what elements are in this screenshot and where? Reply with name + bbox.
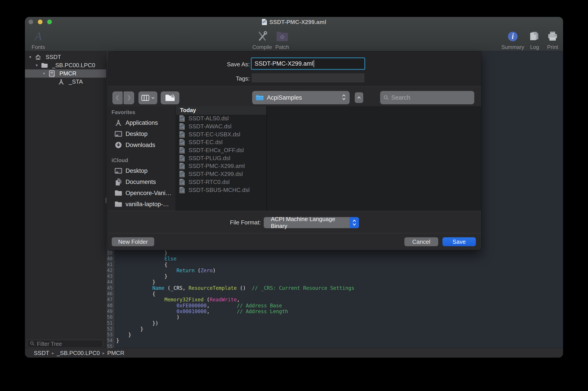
sidebar-section-title: Favorites <box>108 109 176 117</box>
code-line: 53 } <box>107 332 563 338</box>
breadcrumb-item[interactable]: SSDT ▸ <box>34 350 57 357</box>
place-label: Desktop <box>125 131 147 137</box>
line-number: 54 <box>107 338 114 343</box>
popup-updown-icon <box>350 217 359 228</box>
disclosure-triangle-icon[interactable]: ▼ <box>42 72 46 75</box>
code-text: } <box>114 326 143 332</box>
file-document-icon: DSL <box>179 147 185 154</box>
code-line: 52 } <box>107 326 563 332</box>
line-number: 50 <box>107 314 114 320</box>
sidebar-tree-pane: ▼ SSDT ▼ _SB.PC00.LPC0 ▼ PMCR <box>25 51 106 348</box>
code-line: 46 { <box>107 291 563 297</box>
new-folder-button[interactable]: New Folder <box>112 237 154 246</box>
toolbar-print-button[interactable]: Print <box>537 29 563 50</box>
save-as-input[interactable]: SSDT-PMC-X299.aml <box>252 58 364 69</box>
sidebar-place-item[interactable]: vanilla-laptop-… <box>108 198 176 210</box>
sidebar-section: Favorites Applications <box>108 109 176 157</box>
file-document-icon: DSL <box>179 171 185 178</box>
view-mode-button[interactable] <box>138 92 157 104</box>
breadcrumb-separator-icon: ▸ <box>49 351 57 356</box>
new-folder-toolbar-button[interactable] <box>161 92 179 104</box>
code-text: Name (_CRS, ResourceTemplate () // _CRS:… <box>114 285 354 291</box>
filter-tree-input[interactable]: Filter Tree <box>27 340 103 348</box>
sidebar-section-title: iCloud <box>108 157 176 165</box>
file-list-item[interactable]: DSL SSDT-EHCx_OFF.dsl <box>176 146 266 154</box>
updown-chevrons-icon <box>342 94 346 102</box>
disclosure-triangle-icon[interactable]: ▼ <box>28 55 32 59</box>
tree-row[interactable]: ▼ _SB.PC00.LPC0 <box>25 61 106 69</box>
file-list-column: Today DSL SSDT-ALS0.dsl <box>176 106 266 211</box>
sidebar-place-item[interactable]: Downloads <box>108 139 176 151</box>
file-list-item[interactable]: DSL SSDT-PLUG.dsl <box>176 154 266 162</box>
forward-button[interactable] <box>123 92 134 104</box>
file-list-item[interactable]: DSL SSDT-ALS0.dsl <box>176 114 266 122</box>
tree-item-label: SSDT <box>46 54 61 61</box>
file-format-row: File Format: ACPI Machine Language Binar… <box>108 211 481 233</box>
column-view-icon <box>141 95 149 101</box>
line-number: 40 <box>107 256 114 262</box>
breadcrumb-item[interactable]: _SB.PC00.LPC0 ▸ <box>57 350 107 357</box>
svg-text:i: i <box>512 32 514 41</box>
code-text: } <box>114 250 167 256</box>
disclosure-triangle-icon[interactable]: ▼ <box>34 63 39 67</box>
file-name: SSDT-EC.dsl <box>189 139 223 146</box>
cancel-button[interactable]: Cancel <box>404 237 438 246</box>
search-icon <box>383 95 389 100</box>
file-name: SSDT-EC-USBX.dsl <box>189 131 240 138</box>
chevron-down-icon <box>151 97 155 99</box>
tree-row[interactable]: _STA <box>25 78 106 86</box>
patch-icon: ⚙ <box>267 29 298 44</box>
file-list-item[interactable]: DSL SSDT-RTC0.dsl <box>176 178 266 186</box>
line-number: 43 <box>107 273 114 279</box>
back-button[interactable] <box>113 92 123 104</box>
tree-row[interactable]: ▼ SSDT <box>25 53 106 61</box>
file-document-icon: DSL <box>179 139 185 146</box>
file-format-popup[interactable]: ACPI Machine Language Binary <box>264 217 359 228</box>
sidebar-place-item[interactable]: Applications <box>108 117 176 128</box>
app-window: SSDT-PMC-X299.aml A Fonts Compile ⚙ Patc… <box>25 17 563 358</box>
parent-folder-button[interactable] <box>355 92 363 103</box>
place-label: vanilla-laptop-… <box>125 201 169 208</box>
file-document-icon: DSL <box>179 179 185 186</box>
file-list-item[interactable]: AML SSDT-PMC-X299.aml <box>176 162 266 170</box>
file-list-item[interactable]: DSL SSDT-EC-USBX.dsl <box>176 130 266 138</box>
code-text: } <box>114 273 167 279</box>
search-input[interactable]: Search <box>380 91 474 104</box>
place-label: Documents <box>125 179 156 186</box>
tree-row[interactable]: ▼ PMCR <box>25 69 106 78</box>
file-list-item[interactable]: DSL SSDT-SBUS-MCHC.dsl <box>176 186 266 194</box>
place-label: Opencore-Vani… <box>125 190 172 196</box>
code-text: ) <box>114 314 179 320</box>
file-name: SSDT-AWAC.dsl <box>189 123 232 130</box>
sidebar-place-item[interactable]: Documents <box>108 176 176 188</box>
code-line: 47 Memory32Fixed (ReadWrite, <box>107 297 563 302</box>
svg-text:⚙: ⚙ <box>280 34 284 40</box>
date-group-header: Today <box>176 106 266 114</box>
place-label: Applications <box>125 119 158 126</box>
line-number: 53 <box>107 332 114 338</box>
printer-icon <box>537 29 563 44</box>
column-divider[interactable] <box>266 106 267 211</box>
code-text: { <box>114 291 155 297</box>
save-form-area: Save As: SSDT-PMC-X299.aml Tags: <box>108 52 481 86</box>
dialog-button-row: New Folder Cancel Save <box>108 233 481 250</box>
chevron-up-icon <box>357 96 361 99</box>
tags-input[interactable] <box>252 73 364 82</box>
toolbar-fonts-button[interactable]: A Fonts <box>25 29 54 50</box>
sidebar-place-item[interactable]: Desktop <box>108 165 176 176</box>
location-popup[interactable]: AcpiSamples <box>252 91 350 104</box>
save-button[interactable]: Save <box>443 237 476 246</box>
file-name: SSDT-PMC-X299.dsl <box>189 171 243 178</box>
file-name: SSDT-EHCx_OFF.dsl <box>189 147 244 154</box>
app-icon <box>58 78 65 85</box>
file-list-item[interactable]: DSL SSDT-PMC-X299.dsl <box>176 170 266 178</box>
code-text: } <box>114 338 119 343</box>
toolbar-patch-button[interactable]: ⚙ Patch <box>267 29 298 50</box>
file-list-item[interactable]: DSL SSDT-EC.dsl <box>176 138 266 146</box>
sidebar-place-item[interactable]: Desktop <box>108 128 176 139</box>
breadcrumb-item[interactable]: PMCR <box>107 350 130 357</box>
sidebar-place-item[interactable]: Opencore-Vani… <box>108 188 176 198</box>
file-list-item[interactable]: DSL SSDT-AWAC.dsl <box>176 122 266 131</box>
code-line: 40 Else <box>107 256 563 262</box>
file-document-icon: DSL <box>179 115 185 122</box>
